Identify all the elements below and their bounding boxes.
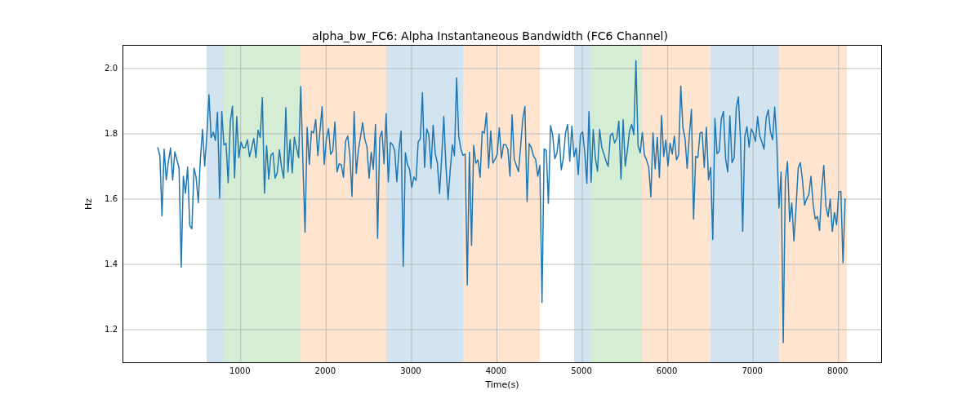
x-tick-label: 7000 xyxy=(742,366,762,375)
plot-svg xyxy=(123,46,881,362)
y-tick-label: 2.0 xyxy=(105,64,118,73)
x-tick-label: 8000 xyxy=(827,366,848,375)
figure: alpha_bw_FC6: Alpha Instantaneous Bandwi… xyxy=(0,0,980,408)
x-tick-label: 5000 xyxy=(571,366,591,375)
x-tick-label: 6000 xyxy=(657,366,677,375)
x-tick-label: 2000 xyxy=(315,366,336,375)
y-tick-label: 1.6 xyxy=(105,194,118,203)
grid-lines xyxy=(123,46,881,362)
x-tick-label: 1000 xyxy=(229,366,250,375)
chart-title: alpha_bw_FC6: Alpha Instantaneous Bandwi… xyxy=(0,29,980,42)
x-tick-label: 3000 xyxy=(400,366,421,375)
y-axis-label: Hz xyxy=(83,198,94,210)
x-tick-label: 4000 xyxy=(486,366,506,375)
y-tick-label: 1.4 xyxy=(105,259,118,268)
line-series xyxy=(158,60,845,343)
plot-area xyxy=(122,45,882,363)
y-tick-label: 1.8 xyxy=(105,129,118,138)
y-tick-label: 1.2 xyxy=(105,325,118,334)
x-axis-label: Time(s) xyxy=(122,379,882,390)
